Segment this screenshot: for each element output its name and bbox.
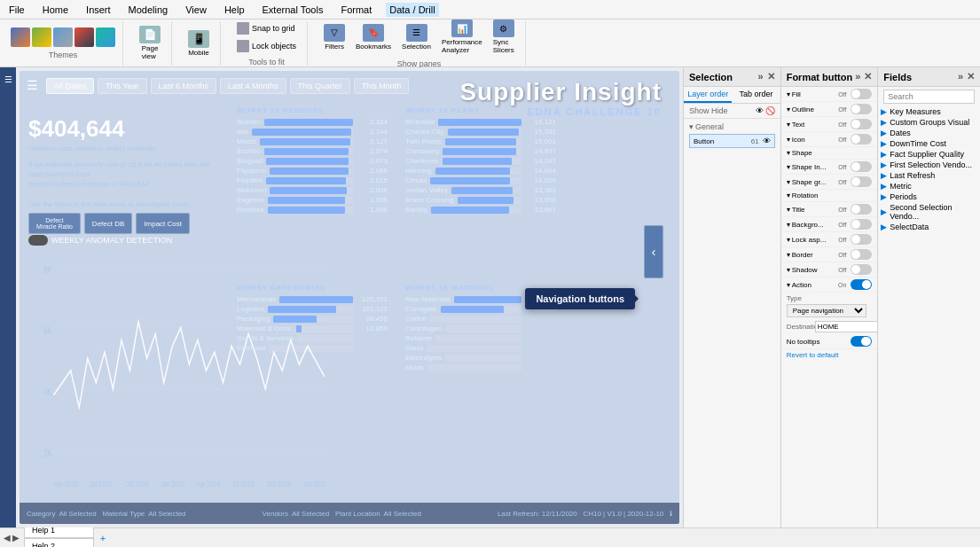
- material-bar-wrap: [445, 355, 521, 362]
- bookmarks-btn[interactable]: 🔖 Bookmarks: [352, 22, 395, 52]
- fields-expand-icon[interactable]: »: [958, 71, 963, 82]
- date-btn-year[interactable]: This Year: [98, 78, 147, 94]
- layer-item-button[interactable]: Button 61 👁: [689, 134, 775, 148]
- layer-item-controls: 61 👁: [751, 137, 771, 145]
- tab-next-btn[interactable]: ▶: [12, 533, 20, 543]
- format-toggle-btn[interactable]: [851, 104, 872, 114]
- format-toggle-btn[interactable]: [851, 176, 872, 187]
- menu-file[interactable]: File: [5, 3, 28, 17]
- theme-icon-3[interactable]: [53, 27, 73, 47]
- hide-all-icon[interactable]: 🚫: [765, 106, 775, 115]
- format-close-icon[interactable]: ✕: [864, 71, 872, 82]
- field-item[interactable]: ▶ Custom Groups Visual: [878, 117, 980, 128]
- field-item[interactable]: ▶ Dates: [878, 128, 980, 138]
- date-btn-all[interactable]: All Dates: [46, 78, 94, 94]
- page-view-btn[interactable]: 📄 Pageview: [136, 24, 164, 62]
- vendor-name: Feedfire: [237, 176, 263, 184]
- format-toggle-btn[interactable]: [851, 204, 872, 215]
- format-toggle-btn[interactable]: [851, 234, 872, 245]
- field-item[interactable]: ▶ Periods: [878, 191, 980, 202]
- menu-view[interactable]: View: [182, 3, 210, 17]
- tab-tab-order[interactable]: Tab order: [732, 87, 780, 103]
- theme-icon-4[interactable]: [74, 27, 94, 47]
- vendor-bar: [260, 138, 350, 145]
- format-toggle-btn[interactable]: [851, 161, 872, 172]
- date-btn-6m[interactable]: Last 6 Months: [151, 78, 217, 94]
- theme-icon-5[interactable]: [96, 27, 115, 47]
- format-section-name: Border: [790, 251, 838, 259]
- left-nav-icon[interactable]: ☰: [4, 74, 12, 84]
- footer-vendors-label: Vendors: [263, 510, 288, 518]
- menu-format[interactable]: Format: [337, 3, 375, 17]
- footer-info-icon[interactable]: ℹ: [670, 510, 672, 518]
- snap-grid-btn[interactable]: Snap to grid: [233, 20, 300, 36]
- date-btn-quarter[interactable]: This Quarter: [290, 78, 350, 94]
- field-item[interactable]: ▶ Fact Supplier Quality: [878, 149, 980, 160]
- selection-icon: ☰: [406, 24, 427, 42]
- defect-ratio-btn[interactable]: DefectMiracle Ratio: [28, 213, 81, 234]
- general-section-title[interactable]: ▾ General: [689, 122, 775, 131]
- general-label: General: [695, 122, 724, 131]
- selection-expand-icon[interactable]: »: [758, 71, 764, 82]
- menu-insert[interactable]: Insert: [82, 3, 114, 17]
- field-item[interactable]: ▶ SelectData: [878, 222, 980, 232]
- field-item[interactable]: ▶ Second Selection Vendo...: [878, 202, 980, 222]
- anomaly-toggle[interactable]: [28, 235, 48, 246]
- tab-prev-btn[interactable]: ◀: [4, 533, 11, 543]
- material-name: Raw Materials: [405, 295, 451, 303]
- lock-label: Lock objects: [252, 42, 296, 51]
- report-title: Supplier Insight: [459, 78, 662, 106]
- defect-db-btn[interactable]: Defect DB: [84, 213, 132, 234]
- date-btn-month[interactable]: This Month: [354, 78, 410, 94]
- selection-panel-header: Selection » ✕: [684, 67, 780, 87]
- filters-btn[interactable]: ▽ Filters: [320, 22, 349, 52]
- perf-analyzer-btn[interactable]: 📊 PerformanceAnalyzer: [438, 18, 486, 56]
- format-expand-icon[interactable]: »: [855, 71, 860, 82]
- lock-objects-btn[interactable]: Lock objects: [233, 38, 300, 54]
- field-item[interactable]: ▶ First Selection Vendo...: [878, 160, 980, 170]
- selection-tabs: Layer order Tab order: [684, 87, 780, 104]
- format-toggle-btn[interactable]: [851, 249, 872, 260]
- field-item[interactable]: ▶ Metric: [878, 181, 980, 191]
- format-section-row: ▾ Rotation: [781, 190, 878, 202]
- vendor-bar-wrap: [268, 207, 353, 214]
- tab-add-btn[interactable]: +: [95, 531, 111, 545]
- canvas-hamburger[interactable]: ☰: [27, 78, 38, 92]
- tab-layer-order[interactable]: Layer order: [684, 87, 732, 103]
- menu-external-tools[interactable]: External Tools: [259, 3, 327, 17]
- format-toggle-btn[interactable]: [851, 119, 872, 129]
- category-bar: [268, 306, 336, 313]
- sync-slicers-btn[interactable]: ⚙ SyncSlicers: [490, 18, 518, 56]
- field-item[interactable]: ▶ Key Measures: [878, 106, 980, 117]
- selection-btn[interactable]: ☰ Selection: [398, 22, 435, 52]
- field-item[interactable]: ▶ DownTime Cost: [878, 138, 980, 149]
- menu-help[interactable]: Help: [221, 3, 248, 17]
- format-toggle-btn[interactable]: [851, 89, 872, 99]
- type-select[interactable]: Page navigation: [787, 304, 866, 317]
- revert-link[interactable]: Revert to default: [781, 349, 878, 361]
- mobile-btn[interactable]: 📱 Mobile: [184, 28, 213, 59]
- format-toggle-btn[interactable]: [851, 134, 872, 145]
- no-tooltips-btn[interactable]: [851, 336, 872, 347]
- impact-cost-btn[interactable]: Impact Cost: [136, 213, 190, 234]
- vendor-bar-wrap: [264, 119, 353, 126]
- menu-data-drill[interactable]: Data / Drill: [386, 3, 438, 17]
- format-toggle-group: Off: [838, 219, 872, 230]
- fields-search-input[interactable]: [883, 90, 975, 104]
- menu-modeling[interactable]: Modeling: [125, 3, 172, 17]
- date-btn-4m[interactable]: Last 4 Months: [220, 78, 286, 94]
- fields-close-icon[interactable]: ✕: [967, 71, 975, 82]
- format-toggle-btn[interactable]: [851, 219, 872, 230]
- field-item[interactable]: ▶ Last Refresh: [878, 170, 980, 181]
- theme-icon-1[interactable]: [11, 27, 30, 47]
- format-toggle-btn[interactable]: [851, 264, 872, 275]
- menu-home[interactable]: Home: [39, 3, 72, 17]
- show-all-icon[interactable]: 👁: [756, 106, 764, 115]
- nav-arrow-button[interactable]: ‹: [644, 225, 663, 278]
- dest-input[interactable]: [815, 321, 879, 332]
- theme-icon-2[interactable]: [32, 27, 51, 47]
- format-toggle-btn[interactable]: [851, 279, 872, 290]
- eye-icon[interactable]: 👁: [763, 137, 771, 145]
- selection-close-icon[interactable]: ✕: [767, 71, 775, 82]
- tab-item[interactable]: Help 2: [24, 538, 94, 548]
